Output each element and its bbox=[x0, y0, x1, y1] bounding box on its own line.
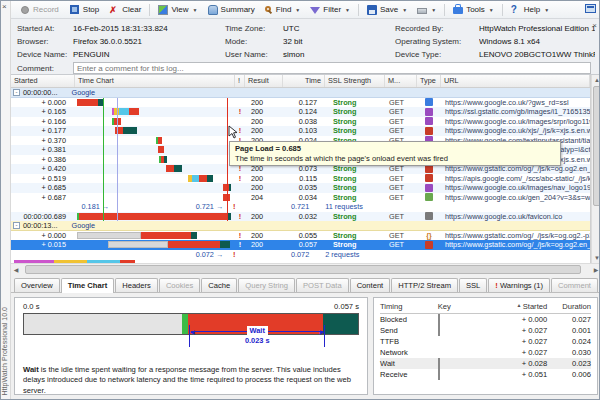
filter-button[interactable]: Filter▼ bbox=[305, 3, 355, 16]
timing-row[interactable]: Receive+ 0.0510.006 bbox=[380, 369, 591, 380]
column-header-ssl-strength[interactable]: SSL Strength bbox=[325, 75, 385, 87]
type-icon-script bbox=[425, 127, 433, 135]
comment-input[interactable] bbox=[73, 62, 591, 74]
request-row[interactable]: + 0.015!2000.057StrongGEThttps://www.gst… bbox=[11, 240, 590, 250]
tab-headers[interactable]: Headers bbox=[115, 278, 158, 292]
ssl-strength-cell: Strong bbox=[325, 212, 385, 222]
find-button[interactable]: Find▼ bbox=[260, 3, 306, 16]
view-label: View bbox=[171, 5, 188, 14]
detail-panel: 0.0 s 0.057 s ◀ ▶ Wait 0.023 s Wait is t… bbox=[11, 293, 600, 400]
tab-cookies[interactable]: Cookies bbox=[159, 278, 200, 292]
tab-query-string[interactable]: Query String bbox=[238, 278, 295, 292]
group-page-title: Google bbox=[72, 221, 96, 230]
request-row[interactable]: + 0.1662000.038StrongGEThttps://www.goog… bbox=[11, 117, 590, 127]
started-cell: + 0.165 bbox=[11, 107, 75, 117]
info-close-button[interactable]: × bbox=[592, 21, 597, 30]
warning-cell: ! bbox=[235, 212, 245, 222]
request-row[interactable]: + 0.6852000.035StrongGEThttps://www.goog… bbox=[11, 183, 590, 193]
type-icon-favicon bbox=[425, 212, 433, 220]
time-scale: 0.0 s 0.057 s bbox=[23, 302, 359, 311]
bar-segment-red bbox=[129, 108, 139, 115]
tab-post-data[interactable]: POST Data bbox=[296, 278, 349, 292]
tab-time-chart[interactable]: Time Chart bbox=[61, 278, 115, 293]
type-cell bbox=[417, 183, 441, 193]
url-cell: https://www.gstatic.com/og/_/jss/k=og.og… bbox=[441, 231, 590, 241]
record-button[interactable]: Record bbox=[15, 3, 64, 17]
timing-row[interactable]: Send+ 0.0270.001 bbox=[380, 325, 591, 336]
view-button[interactable]: View▼ bbox=[153, 3, 202, 17]
request-row[interactable]: 00:00:00.689!2000.032StrongGEThttps://ww… bbox=[11, 212, 590, 222]
tab-warnings-1-[interactable]: !Warnings (1) bbox=[488, 278, 550, 292]
window-icon[interactable] bbox=[585, 4, 596, 13]
timing-bar bbox=[77, 99, 104, 106]
horizontal-scroll-thumb[interactable] bbox=[25, 265, 581, 274]
tab-overview[interactable]: Overview bbox=[14, 278, 60, 292]
time-cell: 0.035 bbox=[283, 183, 325, 193]
tab-http-2-stream[interactable]: HTTP/2 Stream bbox=[391, 278, 458, 292]
page-summary-row[interactable]: 0.072 →!0.0722 requests bbox=[11, 250, 590, 260]
vertical-scrollbar[interactable]: ▲ ▼ bbox=[591, 75, 600, 263]
column-header-type[interactable]: Type bbox=[417, 75, 441, 87]
summary-warning-cell: ! bbox=[229, 250, 239, 260]
group-header-row[interactable]: -00:00:00...Google bbox=[11, 88, 590, 98]
page-summary-row[interactable]: 0.181 →0.721 →!0.72111 requests bbox=[11, 202, 590, 212]
ssl-strength-cell: Strong bbox=[325, 117, 385, 127]
bar-segment-red bbox=[79, 213, 227, 220]
method-cell: GET bbox=[385, 107, 417, 117]
column-header-m-[interactable]: M... bbox=[385, 75, 417, 87]
column-header-url[interactable]: URL bbox=[441, 75, 590, 87]
request-row[interactable]: + 0.519!2000.115StrongGEThttps://apis.go… bbox=[11, 174, 590, 184]
stop-button[interactable]: Stop bbox=[64, 2, 104, 17]
column-header--[interactable]: ! bbox=[235, 75, 245, 87]
horizontal-scrollbar[interactable]: ◀ ▶ bbox=[11, 263, 600, 275]
scroll-up-icon[interactable]: ▲ bbox=[592, 75, 600, 85]
timing-row[interactable]: Wait+ 0.0280.023 bbox=[380, 358, 591, 369]
column-header-result[interactable]: Result bbox=[245, 75, 283, 87]
help-button[interactable]: Help▼ bbox=[506, 3, 554, 17]
timing-row[interactable]: Blocked+ 0.0000.027 bbox=[380, 314, 591, 325]
tools-button[interactable]: Tools▼ bbox=[448, 3, 499, 16]
request-row[interactable]: + 0.0002000.127StrongGEThttps://www.goog… bbox=[11, 98, 590, 108]
tools-icon bbox=[453, 7, 463, 14]
tab-label: Cookies bbox=[166, 281, 193, 290]
tab-cache[interactable]: Cache bbox=[201, 278, 237, 292]
summary-button[interactable]: Summary bbox=[203, 3, 260, 17]
timing-row[interactable]: TTFB+ 0.0270.024 bbox=[380, 336, 591, 347]
url-cell: https://www.google.co.uk/images/srpr/log… bbox=[441, 117, 590, 127]
bar-segment-red bbox=[141, 232, 191, 239]
tab-content[interactable]: Content bbox=[350, 278, 391, 292]
tab-comment[interactable]: Comment bbox=[551, 278, 598, 292]
clear-button[interactable]: Clear bbox=[104, 3, 146, 17]
request-row[interactable]: + 0.177!2000.103StrongGEThttps://www.goo… bbox=[11, 126, 590, 136]
request-row[interactable]: + 0.165!2000.124StrongGEThttps://ssl.gst… bbox=[11, 107, 590, 117]
warning-icon: ! bbox=[239, 174, 241, 183]
collapse-icon[interactable]: - bbox=[13, 89, 20, 96]
bar-segment-red bbox=[158, 146, 164, 153]
scroll-right-icon[interactable]: ▶ bbox=[591, 265, 600, 275]
vertical-scroll-thumb[interactable] bbox=[593, 86, 600, 206]
collapse-icon[interactable]: - bbox=[13, 222, 20, 229]
result-cell: 200 bbox=[245, 98, 283, 108]
print-button[interactable]: ▼ bbox=[412, 4, 441, 16]
type-cell bbox=[417, 107, 441, 117]
rail-close-button[interactable]: × bbox=[2, 2, 7, 11]
ssl-strong-label: Strong bbox=[333, 212, 357, 221]
ssl-strength-cell: Strong bbox=[325, 183, 385, 193]
request-row[interactable]: + 0.6872040.034StrongGEThttps://www.goog… bbox=[11, 193, 590, 203]
type-icon-script bbox=[425, 241, 433, 249]
column-header-time-chart[interactable]: Time Chart bbox=[75, 75, 235, 87]
column-header-time[interactable]: Time bbox=[283, 75, 325, 87]
group-header-row[interactable]: -00:00:13...Google bbox=[11, 221, 590, 231]
timing-header-started[interactable]: ▲ Started bbox=[499, 302, 547, 311]
key-swatch bbox=[438, 325, 440, 336]
tab-ssl[interactable]: SSL bbox=[459, 278, 487, 292]
save-button[interactable]: Save▼ bbox=[362, 3, 412, 17]
timing-name: Network bbox=[380, 348, 438, 357]
scroll-left-icon[interactable]: ◀ bbox=[11, 265, 21, 275]
scroll-down-icon[interactable]: ▼ bbox=[592, 253, 600, 263]
timing-duration: 0.030 bbox=[547, 348, 591, 357]
column-header-started[interactable]: Started bbox=[11, 75, 75, 87]
timing-row[interactable]: Network+ 0.0270.030 bbox=[380, 347, 591, 358]
request-row[interactable]: + 0.000!2000.055StrongGET{}https://www.g… bbox=[11, 231, 590, 241]
time-chart-cell bbox=[75, 145, 235, 155]
